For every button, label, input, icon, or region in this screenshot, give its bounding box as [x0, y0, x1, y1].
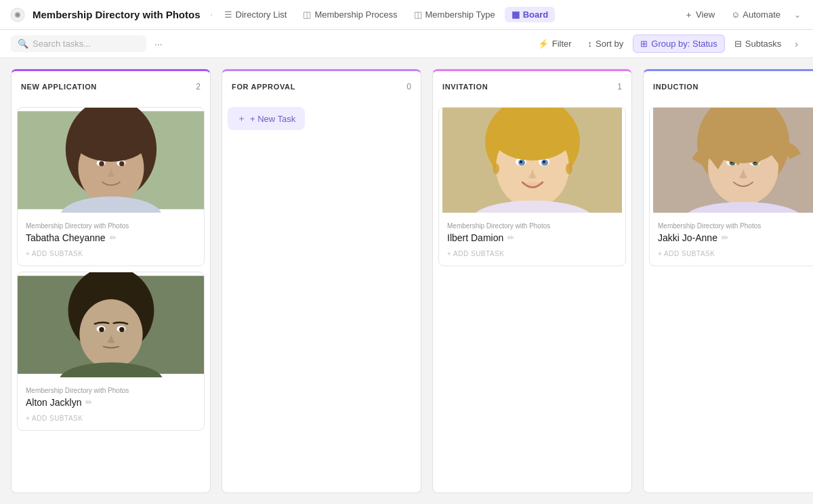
- column-title-new-application: NEW APPLICATION: [21, 83, 190, 91]
- task-photo-alton: [18, 272, 204, 377]
- svg-point-2: [16, 14, 19, 16]
- task-photo-jakki: [650, 108, 813, 213]
- svg-point-18: [79, 299, 142, 369]
- column-header-new-application: NEW APPLICATION 2: [11, 69, 211, 102]
- task-card-tabatha[interactable]: Membership Directory with Photos Tabatha…: [17, 107, 205, 266]
- task-name-row-jakki: Jakki Jo-Anne ✏: [658, 232, 813, 243]
- task-name-tabatha: Tabatha Cheyanne: [26, 232, 106, 243]
- column-body-new-application: Membership Directory with Photos Tabatha…: [11, 102, 211, 493]
- task-card-ilbert[interactable]: Membership Directory with Photos Ilbert …: [438, 107, 626, 266]
- svg-point-10: [99, 161, 104, 166]
- plus-icon: ＋: [684, 9, 693, 21]
- new-task-button-approval[interactable]: ＋ + New Task: [228, 107, 305, 130]
- task-name-row-tabatha: Tabatha Cheyanne ✏: [26, 232, 196, 243]
- task-photo-tabatha: [18, 108, 204, 213]
- add-subtask-ilbert[interactable]: + ADD SUBTASK: [447, 249, 617, 260]
- board-container: NEW APPLICATION 2: [0, 58, 813, 504]
- column-count-new-application: 2: [196, 82, 201, 91]
- svg-point-21: [99, 327, 104, 332]
- sort-by-button[interactable]: ↕ Sort by: [581, 35, 631, 52]
- subtasks-button[interactable]: ⊟ Subtasks: [728, 35, 788, 52]
- column-header-invitation: INVITATION 1: [432, 69, 632, 102]
- svg-point-22: [119, 327, 124, 332]
- task-project-jakki: Membership Directory with Photos: [658, 222, 813, 230]
- task-name-alton: Alton Jacklyn: [26, 397, 81, 408]
- task-project-alton: Membership Directory with Photos: [26, 387, 196, 394]
- process-icon: ◫: [303, 9, 311, 20]
- task-body-tabatha: Membership Directory with Photos Tabatha…: [18, 215, 204, 266]
- svg-point-36: [566, 163, 572, 174]
- edit-icon-tabatha[interactable]: ✏: [110, 233, 117, 243]
- column-new-application: NEW APPLICATION 2: [11, 69, 211, 493]
- search-placeholder: Search tasks...: [33, 39, 91, 49]
- column-count-for-approval: 0: [406, 82, 411, 91]
- tab-directory-list[interactable]: ☰ Directory List: [217, 7, 294, 22]
- add-subtask-jakki[interactable]: + ADD SUBTASK: [658, 249, 813, 260]
- column-body-invitation: Membership Directory with Photos Ilbert …: [432, 102, 632, 493]
- column-count-invitation: 1: [617, 82, 622, 91]
- tab-board[interactable]: ▦ Board: [505, 7, 556, 22]
- type-icon: ◫: [414, 9, 422, 20]
- task-card-alton[interactable]: Membership Directory with Photos Alton J…: [17, 272, 205, 431]
- divider: ·: [210, 7, 213, 22]
- svg-point-11: [119, 161, 124, 166]
- column-invitation: INVITATION 1: [432, 69, 632, 493]
- automate-button[interactable]: ☺ Automate: [724, 6, 787, 23]
- expand-button[interactable]: ⌄: [790, 7, 805, 23]
- svg-point-33: [520, 161, 522, 163]
- subtasks-icon: ⊟: [734, 39, 742, 49]
- column-title-for-approval: FOR APPROVAL: [232, 83, 401, 91]
- board-icon: ▦: [512, 9, 520, 20]
- task-photo-ilbert: [439, 108, 625, 213]
- column-header-for-approval: FOR APPROVAL 0: [222, 69, 421, 102]
- filter-icon: ⚡: [538, 39, 549, 49]
- task-card-jakki[interactable]: Membership Directory with Photos Jakki J…: [649, 107, 813, 266]
- page-title: Membership Directory with Photos: [33, 9, 201, 20]
- task-project-ilbert: Membership Directory with Photos: [447, 222, 617, 230]
- svg-point-34: [543, 161, 545, 163]
- search-box[interactable]: 🔍 Search tasks...: [11, 35, 146, 52]
- more-options-button[interactable]: ···: [149, 36, 168, 52]
- toolbar: 🔍 Search tasks... ··· ⚡ Filter ↕ Sort by…: [0, 30, 813, 58]
- add-subtask-alton[interactable]: + ADD SUBTASK: [26, 413, 196, 425]
- task-body-ilbert: Membership Directory with Photos Ilbert …: [439, 215, 625, 266]
- add-subtask-tabatha[interactable]: + ADD SUBTASK: [26, 249, 196, 260]
- svg-point-35: [493, 163, 499, 174]
- column-title-invitation: INVITATION: [442, 83, 612, 91]
- svg-point-37: [491, 108, 575, 161]
- edit-icon-ilbert[interactable]: ✏: [507, 233, 514, 243]
- list-icon: ☰: [224, 9, 232, 20]
- scroll-right-button[interactable]: ›: [791, 36, 802, 52]
- task-body-alton: Membership Directory with Photos Alton J…: [18, 380, 204, 430]
- task-project-tabatha: Membership Directory with Photos: [26, 222, 196, 230]
- edit-icon-jakki[interactable]: ✏: [722, 233, 728, 243]
- edit-icon-alton[interactable]: ✏: [85, 398, 92, 407]
- task-name-row-alton: Alton Jacklyn ✏: [26, 397, 196, 408]
- sort-icon: ↕: [588, 39, 593, 49]
- column-body-for-approval: ＋ + New Task: [222, 102, 421, 493]
- filter-button[interactable]: ⚡ Filter: [531, 35, 579, 52]
- column-title-induction: INDUCTION: [653, 83, 813, 91]
- svg-point-12: [73, 118, 149, 162]
- task-name-row-ilbert: Ilbert Damion ✏: [447, 232, 617, 243]
- top-bar: Membership Directory with Photos · ☰ Dir…: [0, 0, 813, 30]
- task-name-ilbert: Ilbert Damion: [447, 232, 503, 243]
- tab-membership-type[interactable]: ◫ Membership Type: [407, 7, 502, 22]
- automate-icon: ☺: [731, 9, 740, 20]
- column-header-induction: INDUCTION 1: [643, 69, 813, 102]
- app-icon: [8, 5, 27, 24]
- group-icon: ⊞: [640, 39, 648, 49]
- tab-membership-process[interactable]: ◫ Membership Process: [296, 7, 404, 22]
- group-by-button[interactable]: ⊞ Group by: Status: [633, 35, 725, 53]
- task-name-jakki: Jakki Jo-Anne: [658, 232, 717, 243]
- column-body-induction: Membership Directory with Photos Jakki J…: [643, 102, 813, 493]
- column-for-approval: FOR APPROVAL 0 ＋ + New Task: [222, 69, 421, 493]
- view-button[interactable]: ＋ View: [678, 5, 722, 24]
- task-body-jakki: Membership Directory with Photos Jakki J…: [650, 215, 813, 266]
- plus-icon-approval: ＋: [237, 112, 246, 125]
- column-induction: INDUCTION 1: [643, 69, 813, 493]
- search-icon: 🔍: [18, 39, 28, 49]
